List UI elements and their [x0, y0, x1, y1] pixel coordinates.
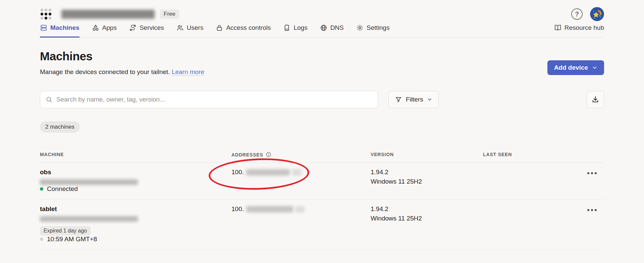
status-dot-offline: [40, 238, 43, 241]
address-prefix: 100.: [231, 169, 244, 176]
table-header-row: MACHINE ADDRESSES VERSION LAST SEEN: [40, 152, 604, 163]
address-prefix: 100.: [231, 205, 244, 213]
book-icon: [554, 24, 561, 31]
users-icon: [176, 24, 184, 31]
os-version: Windows 11 25H2: [371, 178, 483, 185]
tab-label: Users: [187, 24, 204, 31]
admin-console: Free ?: [40, 0, 604, 250]
server-icon: [40, 24, 47, 31]
plan-badge: Free: [160, 9, 179, 19]
top-bar: Free ?: [40, 0, 604, 21]
column-header-machine: MACHINE: [40, 152, 231, 157]
globe-icon: [320, 24, 327, 31]
os-version: Windows 11 25H2: [371, 215, 483, 222]
version-cell: 1.94.2 Windows 11 25H2: [371, 205, 483, 222]
header-label: LAST SEEN: [483, 152, 512, 157]
funnel-icon: [395, 96, 402, 103]
filters-button[interactable]: Filters: [388, 91, 439, 108]
address-redacted: [246, 206, 293, 212]
question-mark-icon: ?: [575, 10, 579, 18]
tab-services[interactable]: Services: [129, 24, 164, 37]
shapes-icon: [92, 24, 99, 31]
add-device-button[interactable]: Add device: [547, 60, 604, 75]
tab-access-controls[interactable]: Access controls: [216, 24, 271, 37]
ellipsis-icon: [595, 172, 597, 174]
table-row-obs[interactable]: obs 100. 1.94.2 Windows 11 25H2 Connecte…: [40, 163, 604, 200]
row-menu-button[interactable]: [587, 170, 604, 177]
machine-owner-redacted: [40, 179, 138, 185]
tab-label: Machines: [50, 24, 79, 31]
ellipsis-icon: [587, 209, 589, 211]
tab-label: DNS: [330, 24, 344, 31]
tab-settings[interactable]: Settings: [356, 24, 390, 37]
ellipsis-icon: [591, 209, 593, 211]
resource-hub-label: Resource hub: [565, 24, 604, 31]
tab-label: Access controls: [226, 24, 271, 31]
tab-users[interactable]: Users: [176, 24, 204, 37]
journal-icon: [283, 24, 290, 31]
tailnet-switcher[interactable]: [40, 8, 155, 20]
download-button[interactable]: [587, 91, 604, 108]
search-input[interactable]: [56, 96, 372, 103]
address-cell: 100.: [231, 169, 371, 176]
machine-count-badge: 2 machines: [40, 121, 80, 133]
address-suffix-redacted: [296, 206, 305, 212]
address-suffix-redacted: [292, 169, 301, 176]
ellipsis-icon: [587, 172, 589, 174]
machine-name[interactable]: tablet: [40, 205, 231, 213]
table-row-tablet[interactable]: tablet Expired 1 day ago 100. 1.94.2 Win…: [40, 200, 604, 250]
status-dot-connected: [40, 187, 43, 191]
column-header-addresses: ADDRESSES: [231, 152, 371, 157]
tab-label: Apps: [102, 24, 117, 31]
route-icon: [129, 24, 137, 31]
gear-icon: [356, 24, 364, 31]
tab-label: Settings: [367, 24, 390, 31]
expiry-badge: Expired 1 day ago: [40, 226, 91, 236]
add-device-label: Add device: [554, 64, 588, 71]
ellipsis-icon: [595, 209, 597, 211]
tab-machines[interactable]: Machines: [40, 24, 79, 37]
column-header-version: VERSION: [371, 152, 483, 157]
page-head-text: Machines Manage the devices connected to…: [40, 50, 204, 76]
toolbar: Filters: [40, 91, 604, 108]
machines-table: MACHINE ADDRESSES VERSION LAST SEEN: [40, 152, 604, 250]
header-label: MACHINE: [40, 152, 64, 157]
client-version: 1.94.2: [371, 169, 483, 176]
tab-apps[interactable]: Apps: [92, 24, 117, 37]
machine-cell: tablet Expired 1 day ago: [40, 205, 231, 236]
help-button[interactable]: ?: [571, 8, 583, 20]
machine-name[interactable]: obs: [40, 169, 231, 176]
last-seen-text: Connected: [47, 185, 78, 193]
page-subtitle: Manage the devices connected to your tai…: [40, 68, 204, 76]
tailnet-name-redacted: [61, 10, 155, 19]
page-title: Machines: [40, 50, 204, 63]
page-head: Machines Manage the devices connected to…: [40, 50, 604, 76]
ellipsis-icon: [591, 172, 593, 174]
filters-label: Filters: [406, 96, 423, 103]
client-version: 1.94.2: [371, 205, 483, 213]
search-box: [40, 91, 378, 108]
tab-dns[interactable]: DNS: [320, 24, 344, 37]
address-redacted: [246, 169, 290, 176]
resource-hub-link[interactable]: Resource hub: [554, 24, 604, 37]
address-cell: 100.: [231, 205, 371, 213]
last-seen-text: 10:59 AM GMT+8: [47, 236, 97, 243]
subtitle-text: Manage the devices connected to your tai…: [40, 68, 170, 75]
download-icon: [591, 95, 599, 104]
column-header-last-seen: LAST SEEN: [483, 152, 604, 157]
nav-bar-wrap: Machines Apps: [40, 24, 604, 38]
tab-label: Services: [140, 24, 164, 31]
tab-logs[interactable]: Logs: [283, 24, 307, 37]
chevron-down-icon: [427, 97, 432, 102]
info-icon[interactable]: [266, 152, 271, 157]
user-avatar[interactable]: [590, 7, 604, 21]
nav-bar: Machines Apps: [40, 24, 604, 37]
learn-more-link[interactable]: Learn more: [172, 68, 204, 75]
top-bar-right: ?: [571, 7, 604, 21]
version-cell: 1.94.2 Windows 11 25H2: [371, 169, 483, 185]
chevron-down-icon: [592, 65, 597, 70]
row-menu-button[interactable]: [587, 207, 604, 213]
search-icon: [46, 96, 53, 103]
header-label: ADDRESSES: [231, 152, 263, 157]
lock-icon: [216, 24, 223, 31]
